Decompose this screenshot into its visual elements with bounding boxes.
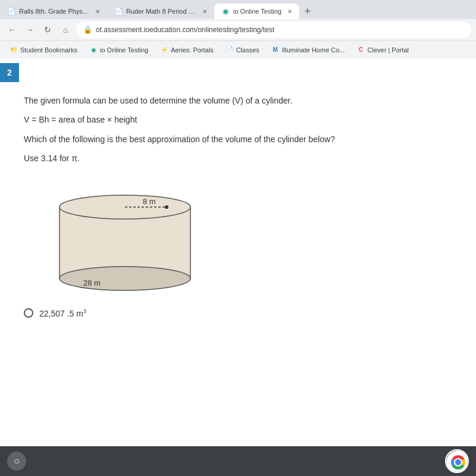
tab-label-ruder: Ruder Math 8 Period 5 Virtual Off... xyxy=(126,8,196,15)
taskbar: ○ xyxy=(0,446,476,476)
cylinder-diagram: 8 m 28 m xyxy=(42,177,208,296)
svg-point-8 xyxy=(455,459,461,465)
tab-label-ralls: Ralls 8th. Grade Physical Scienc... xyxy=(19,8,89,15)
bookmarks-bar: 📁 Student Bookmarks ◉ io Online Testing … xyxy=(0,40,476,58)
tab-add-button[interactable]: + xyxy=(299,4,316,19)
refresh-button[interactable]: ↻ xyxy=(40,23,55,37)
address-input[interactable]: 🔒 ot.assessment.ioeducation.com/onlinete… xyxy=(76,21,471,38)
page-content: 2 The given formula can be used to deter… xyxy=(0,58,476,446)
pi-note: Use 3.14 for π. xyxy=(24,152,452,165)
address-bar-row: ← → ↻ ⌂ 🔒 ot.assessment.ioeducation.com/… xyxy=(0,19,476,40)
back-button[interactable]: ← xyxy=(5,23,19,37)
tab-ruder[interactable]: 📄 Ruder Math 8 Period 5 Virtual Off... ✕ xyxy=(107,4,214,19)
bookmark-label-clever: Clever | Portal xyxy=(368,46,409,54)
bookmark-label-student: Student Bookmarks xyxy=(20,46,77,54)
tab-label-io: io Online Testing xyxy=(233,8,281,15)
chrome-icon xyxy=(445,449,469,473)
lock-icon: 🔒 xyxy=(83,26,92,34)
bookmark-student[interactable]: 📁 Student Bookmarks xyxy=(5,45,82,55)
bookmark-label-io: io Online Testing xyxy=(100,46,148,54)
bookmark-icon-classes: 📄 xyxy=(226,46,234,54)
tab-icon-ralls: 📄 xyxy=(7,7,15,15)
bookmark-label-aeries: Aeries: Portals xyxy=(171,46,214,54)
tab-close-io[interactable]: ✕ xyxy=(287,8,292,15)
cylinder-svg: 8 m 28 m xyxy=(42,177,208,296)
launcher-icon: ○ xyxy=(14,456,20,466)
radio-a[interactable] xyxy=(24,308,33,318)
bookmark-aeries[interactable]: ⚡ Aeries: Portals xyxy=(155,45,218,55)
launcher-button[interactable]: ○ xyxy=(7,452,26,471)
svg-point-3 xyxy=(165,205,168,209)
url-text: ot.assessment.ioeducation.com/onlinetest… xyxy=(96,26,274,34)
question-number-badge: 2 xyxy=(0,63,19,82)
tab-icon-ruder: 📄 xyxy=(114,7,123,15)
bookmark-icon-clever: C xyxy=(357,46,365,54)
bookmark-clever[interactable]: C Clever | Portal xyxy=(352,45,414,55)
svg-point-0 xyxy=(60,267,190,290)
tab-icon-io: ◉ xyxy=(221,7,230,15)
bookmark-io[interactable]: ◉ io Online Testing xyxy=(84,45,153,55)
formula-text: V = Bh = area of base × height xyxy=(24,113,452,126)
svg-text:8 m: 8 m xyxy=(143,197,156,206)
bookmark-icon-io: ◉ xyxy=(89,46,98,54)
bookmark-icon-illuminate: M xyxy=(271,46,280,54)
forward-button[interactable]: → xyxy=(23,23,37,37)
tab-io-testing[interactable]: ◉ io Online Testing ✕ xyxy=(214,4,299,19)
question-header: 2 xyxy=(0,58,476,82)
home-button[interactable]: ⌂ xyxy=(58,23,73,37)
answer-option-a[interactable]: 22,507 .5 m3 xyxy=(24,308,452,318)
answer-label-a: 22,507 .5 m3 xyxy=(39,308,86,318)
bookmark-icon-student: 📁 xyxy=(10,46,18,54)
bookmark-icon-aeries: ⚡ xyxy=(160,46,168,54)
tab-close-ralls[interactable]: ✕ xyxy=(95,8,100,15)
bookmark-label-illuminate: Illuminate Home Co... xyxy=(282,46,345,54)
bookmark-illuminate[interactable]: M Illuminate Home Co... xyxy=(267,45,350,55)
prompt-text: Which of the following is the best appro… xyxy=(24,133,452,146)
question-body: The given formula can be used to determi… xyxy=(0,82,476,334)
bookmark-classes[interactable]: 📄 Classes xyxy=(221,45,264,55)
tab-bar: 📄 Ralls 8th. Grade Physical Scienc... ✕ … xyxy=(0,0,476,19)
intro-text: The given formula can be used to determi… xyxy=(24,94,452,107)
tab-ralls[interactable]: 📄 Ralls 8th. Grade Physical Scienc... ✕ xyxy=(0,4,107,19)
svg-text:28 m: 28 m xyxy=(83,278,101,287)
bookmark-label-classes: Classes xyxy=(236,46,259,54)
tab-close-ruder[interactable]: ✕ xyxy=(202,8,207,15)
